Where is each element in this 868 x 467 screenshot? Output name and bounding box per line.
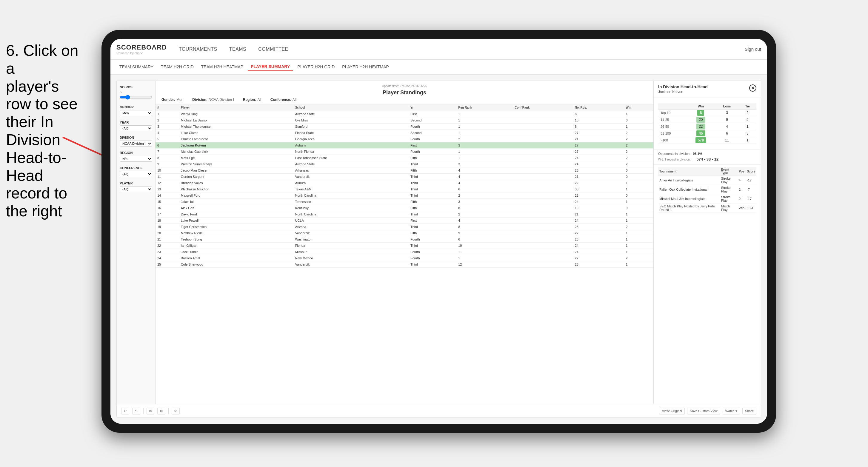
col-h2h-loss: Loss: [715, 103, 739, 110]
col-reg-rank: Reg Rank: [456, 104, 513, 111]
table-row[interactable]: 7Nicholas GabrelcikNorth FloridaFourth12…: [156, 149, 653, 155]
table-row[interactable]: 22Ian GilliganFloridaThird10241: [156, 243, 653, 249]
standings-title: Player Standings: [161, 90, 647, 96]
main-content: No Rds. 6 Gender Men Year: [111, 74, 767, 424]
table-row[interactable]: 1Wenyi DingArizona StateFirst181: [156, 111, 653, 117]
paste-button[interactable]: ⊞: [157, 408, 165, 414]
h2h-stat-row: Top 10832: [658, 110, 756, 116]
refresh-button[interactable]: ⟳: [172, 408, 180, 414]
col-conf-rank: Conf Rank: [513, 104, 573, 111]
table-row[interactable]: 21Taehoon SongWashingtonFourth6231: [156, 236, 653, 243]
table-row[interactable]: 16Alex GoffKentuckyFifth8190: [156, 205, 653, 211]
table-row[interactable]: 17David FordNorth CarolinaThird2211: [156, 211, 653, 218]
table-row[interactable]: 24Bastien AmatNew MexicoFourth1272: [156, 255, 653, 261]
gender-select[interactable]: Men: [120, 110, 152, 116]
col-yr: Yr: [409, 104, 456, 111]
filters-panel: No Rds. 6 Gender Men Year: [117, 81, 156, 404]
table-row[interactable]: 9Preston SummerhaysArizona StateThird324…: [156, 161, 653, 167]
conference-select[interactable]: (All): [120, 171, 152, 177]
h2h-stat-row: 11-252095: [658, 116, 756, 123]
col-win: Win: [624, 104, 653, 111]
no-rds-slider[interactable]: [120, 95, 152, 100]
tournament-row: Amer Ari IntercollegiateStroke Play4-17: [658, 176, 756, 185]
col-h2h-win: Win: [686, 103, 715, 110]
undo-button[interactable]: ↩: [121, 408, 129, 414]
table-row[interactable]: 4Luke ClatonFlorida StateSecond1272: [156, 130, 653, 136]
table-row[interactable]: 11Gordon SargentVanderbiltThird4210: [156, 174, 653, 180]
nav-tournaments[interactable]: TOURNAMENTS: [179, 45, 217, 54]
division-select[interactable]: NCAA Division I: [120, 141, 152, 147]
year-filter: Year (All): [120, 121, 152, 131]
tab-player-h2h-heatmap[interactable]: PLAYER H2H HEATMAP: [339, 63, 392, 71]
division-filter: Division NCAA Division I: [120, 136, 152, 147]
standings-header: Update time: 27/03/2024 16:56:26 Player …: [156, 81, 653, 104]
view-original-button[interactable]: View: Original: [659, 408, 685, 414]
close-h2h-button[interactable]: ✕: [749, 85, 756, 92]
watch-button[interactable]: Watch ▾: [723, 408, 740, 414]
col-school: School: [293, 104, 409, 111]
table-row[interactable]: 19Tiger ChristensenArizonaThird8232: [156, 224, 653, 230]
redo-button[interactable]: ↪: [132, 408, 140, 414]
table-row[interactable]: 5Christo LamprechtGeorgia TechFourth2212: [156, 136, 653, 142]
no-rds-label: No Rds.: [120, 85, 152, 89]
copy-button[interactable]: ⧉: [147, 408, 154, 414]
h2h-stat-row: 26-502241: [658, 123, 756, 130]
region-filter-display: Region: All: [243, 98, 261, 102]
table-row[interactable]: 25Cole SherwoodVanderbiltThird12231: [156, 261, 653, 268]
table-row[interactable]: 15Jake HallTennesseeFifth3241: [156, 199, 653, 205]
save-custom-button[interactable]: Save Custom View: [687, 408, 720, 414]
tournament-row: SEC Match Play Hosted by Jerry Pate Roun…: [658, 204, 756, 213]
share-button[interactable]: Share: [742, 408, 756, 414]
table-row[interactable]: 14Maxwell FordNorth CarolinaThird2230: [156, 192, 653, 199]
col-pos: Pos: [738, 167, 746, 176]
tournament-section: Tournament Event Type Pos Score Amer Ari…: [654, 164, 761, 215]
nav-committee[interactable]: COMMITTEE: [258, 45, 288, 54]
year-select[interactable]: (All): [120, 125, 152, 131]
table-row[interactable]: 12Brendan VallesAuburnThird4221: [156, 180, 653, 186]
tab-team-h2h-grid[interactable]: TEAM H2H GRID: [158, 63, 197, 71]
nav-teams[interactable]: TEAMS: [229, 45, 247, 54]
h2h-stat-row: >100578111: [658, 137, 756, 144]
save-custom-label: Save Custom View: [690, 409, 718, 413]
standings-filters: Gender: Men Division: NCAA Division I Re…: [161, 98, 647, 102]
table-row[interactable]: 20Matthew RiedelVanderbiltFifth9221: [156, 230, 653, 236]
tab-team-summary[interactable]: TEAM SUMMARY: [116, 63, 156, 71]
sign-out-link[interactable]: Sign out: [745, 46, 761, 52]
table-row[interactable]: 23Jack LundinMissouriFourth11241: [156, 249, 653, 255]
col-h2h-tie: Tie: [739, 103, 756, 110]
col-no-rds: No. Rds.: [573, 104, 624, 111]
tournament-row: Fallen Oak Collegiate InvitationalStroke…: [658, 185, 756, 194]
division-label: Division: [120, 136, 152, 139]
col-event-type: Event Type: [720, 167, 738, 176]
player-filter: Player (All): [120, 181, 152, 192]
table-row[interactable]: 18Luke PowellUCLAFirst4241: [156, 218, 653, 224]
table-row[interactable]: 6Jackson KoivunAuburnFirst3272: [156, 142, 653, 149]
wlt-label: W-L-T record in-division:: [658, 158, 691, 161]
region-select[interactable]: N/a: [120, 156, 152, 162]
table-row[interactable]: 2Michael La SassoOle MissSecond1180: [156, 117, 653, 124]
player-select[interactable]: (All): [120, 186, 152, 192]
table-row[interactable]: 8Mats EgeEast Tennessee StateFifth1242: [156, 155, 653, 161]
table-row[interactable]: 10Jacob Mau OlesenArkansasFifth4230: [156, 167, 653, 174]
region-filter: Region N/a: [120, 151, 152, 162]
powered-by: Powered by clippd: [116, 51, 167, 55]
h2h-title-group: In Division Head-to-Head Jackson Koivun: [658, 85, 708, 94]
sub-nav: TEAM SUMMARY TEAM H2H GRID TEAM H2H HEAT…: [111, 60, 767, 74]
toolbar-separator-1: [143, 408, 144, 414]
h2h-panel: In Division Head-to-Head Jackson Koivun …: [653, 81, 761, 404]
instruction-text: 6. Click on a player's row to see their …: [0, 36, 93, 226]
h2h-player: Jackson Koivun: [658, 90, 708, 94]
tab-team-h2h-heatmap[interactable]: TEAM H2H HEATMAP: [198, 63, 246, 71]
opponents-pct: 98.1%: [693, 152, 702, 155]
nav-items: TOURNAMENTS TEAMS COMMITTEE: [179, 45, 745, 54]
h2h-table-header: Win Loss Tie: [658, 103, 756, 110]
opponents-label: Opponents in division: 98.1%: [658, 152, 756, 155]
tab-player-summary[interactable]: PLAYER SUMMARY: [248, 63, 293, 71]
nav-right: Sign out: [745, 46, 761, 52]
player-label: Player: [120, 181, 152, 185]
table-row[interactable]: 13Phichaksn MaichonTexas A&MThird6301: [156, 186, 653, 192]
table-row[interactable]: 3Michael ThorbjornsenStanfordFourth181: [156, 124, 653, 130]
share-label: Share: [745, 409, 754, 413]
h2h-title: In Division Head-to-Head: [658, 85, 708, 89]
tab-player-h2h-grid[interactable]: PLAYER H2H GRID: [294, 63, 338, 71]
